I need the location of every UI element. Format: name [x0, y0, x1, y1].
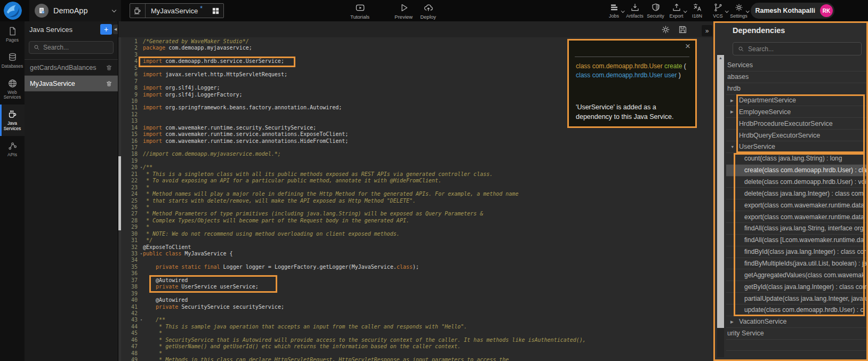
action-label: Deploy [420, 14, 436, 20]
rail-label: Databases [2, 64, 23, 69]
rail-item-pages[interactable]: Pages [0, 21, 25, 47]
fold-arrow-icon[interactable]: ▾ [140, 317, 142, 323]
delete-trash-icon[interactable] [106, 80, 112, 87]
export-button[interactable]: Export [666, 3, 687, 19]
deploy-button[interactable]: Deploy [417, 3, 439, 20]
fold-arrow-icon[interactable]: ▾ [140, 251, 142, 256]
tree-label: export(class com.wavemaker.runtime.data [744, 202, 864, 209]
tree-label: hrdb [727, 85, 741, 92]
security-button[interactable]: Security [645, 3, 666, 19]
method-item[interactable]: delete(class java.lang.Integer) : class … [726, 188, 866, 199]
line-number: 2 [118, 45, 138, 51]
rail-item-web-services[interactable]: Web Services [0, 74, 25, 105]
method-item[interactable]: findByMultipleIds(java.util.List, boolea… [726, 258, 866, 270]
line-number: 3 [118, 52, 138, 58]
dependencies-scrollbar[interactable]: ▲ [717, 54, 724, 357]
tutorials-button[interactable]: Tutorials [349, 3, 371, 20]
grid-icon[interactable] [212, 7, 220, 15]
line-number: 29 [118, 224, 138, 230]
rail-item-databases[interactable]: Databases [0, 47, 25, 74]
vcs-button[interactable]: VCS [708, 3, 728, 19]
wavemaker-logo[interactable] [4, 2, 22, 20]
tree-label: export(class com.wavemaker.runtime.data [744, 213, 864, 221]
services-list: getCardsAndBalancesMyJavaService [25, 59, 118, 92]
method-item[interactable]: partialUpdate(class java.lang.Integer, j… [726, 293, 866, 304]
tree-item-hrdb[interactable]: hrdb [726, 83, 866, 95]
delete-trash-icon[interactable] [106, 64, 112, 71]
chevron-down-icon [112, 7, 116, 12]
method-item[interactable]: getById(class java.lang.Integer) : class… [726, 281, 866, 293]
tree-label: urity Service [727, 330, 764, 337]
tree-item-hrdbprocedureexecutorservice[interactable]: HrdbProcedureExecutorService [726, 118, 866, 130]
fold-arrow-icon[interactable]: ▾ [140, 165, 142, 170]
translate-icon [693, 3, 702, 12]
code-line: * [143, 184, 713, 191]
code-line [143, 270, 713, 277]
artifacts-button[interactable]: Artifacts [624, 3, 645, 19]
code-line: /** [143, 164, 713, 171]
tree-item-vacationservice[interactable]: ▶VacationService [726, 316, 866, 328]
code-line: import com.wavemaker.runtime.service.ann… [143, 131, 713, 138]
jobs-button[interactable]: Jobs [604, 3, 624, 19]
settings-button[interactable]: Settings [728, 3, 749, 19]
tree-item-userservice[interactable]: ▼UserService [726, 141, 866, 153]
avatar: RK [820, 4, 833, 17]
service-name: getCardsAndBalances [30, 64, 96, 71]
tree-item-abases[interactable]: abases [726, 71, 866, 83]
code-line: @Autowired [143, 297, 713, 303]
method-signature: class com.demoapp.hrdb.User create ( cla… [576, 62, 692, 80]
method-item[interactable]: count(class java.lang.String) : long [726, 153, 866, 165]
tree-label: findByMultipleIds(java.util.List, boolea… [744, 260, 866, 267]
service-item-getCardsAndBalances[interactable]: getCardsAndBalances [25, 60, 118, 76]
save-icon[interactable] [678, 25, 688, 35]
tree-item-urity-service[interactable]: urity Service [726, 328, 866, 340]
java-icon [130, 4, 146, 18]
rail-item-java-services[interactable]: Java Services [0, 105, 25, 136]
method-item[interactable]: update(class com.demoapp.hrdb.User) : cl [726, 304, 866, 316]
method-item[interactable]: export(class com.wavemaker.runtime.data [726, 199, 866, 211]
method-item[interactable]: create(class com.demoapp.hrdb.User) : cl… [726, 165, 866, 177]
add-service-button[interactable]: + [100, 24, 112, 35]
chevron-collapsed-icon[interactable]: ▶ [730, 109, 739, 114]
line-number: 38 [118, 284, 138, 290]
chevron-expanded-icon[interactable]: ▼ [730, 145, 739, 149]
tree-item-employeeservice[interactable]: ▶EmployeeService [726, 106, 866, 118]
rail-label: Web Services [1, 90, 24, 101]
method-item[interactable]: getAggregatedValues(class com.wavemak [726, 269, 866, 281]
collapse-panel-icon[interactable]: ◀ [113, 25, 118, 34]
line-number: 16 [118, 138, 138, 145]
code-line: public class MyJavaService { [143, 251, 713, 257]
method-item[interactable]: findById(class java.lang.Integer) : clas… [726, 246, 866, 258]
method-item[interactable]: findAll(class [Lcom.wavemaker.runtime.da [726, 235, 866, 246]
close-icon[interactable]: × [685, 41, 690, 52]
tool-label: Security [647, 13, 664, 19]
scrollbar-thumb[interactable]: ▲ [717, 55, 724, 328]
project-switcher[interactable]: DemoApp [29, 0, 121, 21]
chevron-collapsed-icon[interactable]: ▶ [730, 98, 739, 103]
tree-item-services[interactable]: Services [726, 60, 866, 71]
service-item-MyJavaService[interactable]: MyJavaService [25, 76, 118, 92]
code-line: @Autowired [143, 277, 713, 284]
globe-icon [7, 78, 18, 89]
dependencies-search-input[interactable] [748, 45, 856, 53]
expand-panel-icon[interactable]: » [702, 25, 712, 36]
i18n-button[interactable]: I18N [687, 3, 708, 19]
code-line: * [143, 350, 713, 357]
method-item[interactable]: export(class com.wavemaker.runtime.data [726, 211, 866, 223]
chevron-collapsed-icon[interactable]: ▶ [730, 319, 739, 324]
method-item[interactable]: delete(class com.demoapp.hrdb.User) : vo… [726, 177, 866, 188]
tab-myjavaservice[interactable]: MyJavaService * [130, 3, 224, 18]
user-menu[interactable]: Ramesh Kothapalli RK [751, 3, 834, 19]
line-number: 1 [118, 38, 138, 45]
services-search-input[interactable] [43, 44, 109, 51]
rail-item-apis[interactable]: APIs [0, 136, 25, 162]
preview-button[interactable]: Preview [393, 3, 414, 20]
scroll-up-arrow-icon[interactable]: ▲ [717, 55, 724, 61]
tree-item-departmentservice[interactable]: ▶DepartmentService [726, 95, 866, 107]
code-line: import com.wavemaker.runtime.service.ann… [143, 138, 713, 145]
tree-label: getAggregatedValues(class com.wavemak [744, 271, 865, 279]
line-number: 35 [118, 264, 138, 270]
tree-item-hrdbqueryexecutorservice[interactable]: HrdbQueryExecutorService [726, 130, 866, 141]
method-item[interactable]: findAll(class java.lang.String, interfac… [726, 223, 866, 235]
editor-settings-gear-icon[interactable] [661, 25, 671, 35]
